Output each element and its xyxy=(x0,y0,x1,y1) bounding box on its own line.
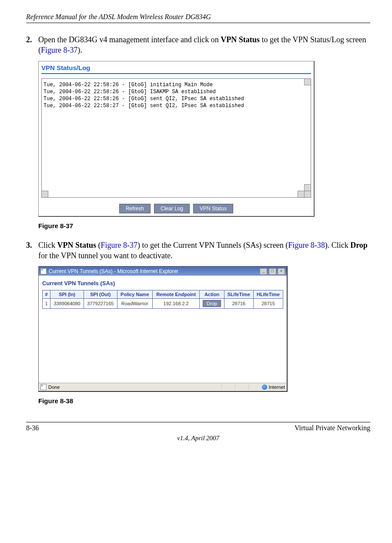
t: ). Click xyxy=(325,241,351,250)
table-row: 1 3389064080 3779227165 RoadWarrior 192.… xyxy=(43,299,283,309)
cell-remote: 192.168.2.2 xyxy=(152,299,200,309)
log-line: Tue, 2004-06-22 22:58:26 - [GtoG] sent Q… xyxy=(44,95,309,102)
cell-hlife: 28715 xyxy=(253,299,283,309)
cell-spi-out: 3779227165 xyxy=(84,299,117,309)
b: VPN Status xyxy=(57,241,97,250)
t: Click xyxy=(38,241,57,250)
t: ( xyxy=(96,241,101,250)
drop-button[interactable]: Drop xyxy=(203,300,221,307)
internet-zone-icon xyxy=(262,384,267,390)
window-titlebar[interactable]: Current VPN Tunnels (SAs) - Microsoft In… xyxy=(39,266,287,276)
t: ) to get the Current VPN Tunnels (SAs) s… xyxy=(137,241,288,250)
col-action: Action xyxy=(200,290,224,299)
window-title-text: Current VPN Tunnels (SAs) - Microsoft In… xyxy=(49,268,178,274)
ie-page-icon xyxy=(40,268,47,274)
minimize-button[interactable]: _ xyxy=(260,268,267,275)
col-remote-endpoint: Remote Endpoint xyxy=(152,290,200,299)
step-2-post: ). xyxy=(78,46,83,54)
cell-policy: RoadWarrior xyxy=(117,299,152,309)
scroll-corner xyxy=(304,191,311,197)
cell-num: 1 xyxy=(43,299,50,309)
step-2-text: Open the DG834G v4 management interface … xyxy=(38,34,370,56)
cell-slife: 28716 xyxy=(224,299,253,309)
step-2-number: 2. xyxy=(26,34,38,56)
panel-divider xyxy=(41,73,311,74)
step-2-pre: Open the DG834G v4 management interface … xyxy=(38,35,221,44)
scroll-down-icon[interactable] xyxy=(304,184,311,191)
cell-spi-in: 3389064080 xyxy=(50,299,84,309)
status-done-text: Done xyxy=(48,384,60,390)
step-2-figref[interactable]: Figure 8-37 xyxy=(41,46,78,54)
scroll-up-icon[interactable] xyxy=(304,79,311,85)
status-cell xyxy=(248,384,260,390)
window-blank-area xyxy=(42,309,283,383)
page-footer: 8-36 Virtual Private Networking xyxy=(26,422,370,432)
table-header-row: # SPI (In) SPI (Out) Policy Name Remote … xyxy=(43,290,283,299)
vpn-log-textarea[interactable]: Tue, 2004-06-22 22:58:26 - [GtoG] initia… xyxy=(41,78,311,198)
figure-8-38-window: Current VPN Tunnels (SAs) - Microsoft In… xyxy=(38,266,370,392)
clear-log-button[interactable]: Clear Log xyxy=(154,204,190,213)
close-button[interactable]: × xyxy=(278,268,285,275)
figref-8-37[interactable]: Figure 8-37 xyxy=(101,241,138,250)
step-2: 2. Open the DG834G v4 management interfa… xyxy=(26,34,370,56)
col-spi-out: SPI (Out) xyxy=(84,290,117,299)
step-3: 3. Click VPN Status (Figure 8-37) to get… xyxy=(26,240,370,261)
chapter-title: Virtual Private Networking xyxy=(295,424,370,432)
page-number: 8-36 xyxy=(26,424,39,432)
figure-8-37-panel: VPN Status/Log Tue, 2004-06-22 22:58:26 … xyxy=(38,61,370,217)
maximize-button[interactable]: □ xyxy=(269,268,276,275)
figure-8-37-caption: Figure 8-37 xyxy=(38,222,370,229)
figref-8-38[interactable]: Figure 8-38 xyxy=(288,241,325,250)
refresh-button[interactable]: Refresh xyxy=(119,204,151,213)
status-cell xyxy=(235,384,247,390)
log-line: Tue, 2004-06-22 22:58:26 - [GtoG] ISAKMP… xyxy=(44,88,309,95)
page-header: Reference Manual for the ADSL Modem Wire… xyxy=(26,13,370,23)
step-3-text: Click VPN Status (Figure 8-37) to get th… xyxy=(38,240,370,261)
log-line: Tue, 2004-06-22 22:58:27 - [GtoG] sent Q… xyxy=(44,102,309,109)
status-cell xyxy=(221,384,233,390)
log-line: Tue, 2004-06-22 22:58:26 - [GtoG] initia… xyxy=(44,81,309,88)
ie-status-bar: Done Internet xyxy=(39,383,287,391)
status-zone-text: Internet xyxy=(269,384,285,390)
col-spi-in: SPI (In) xyxy=(50,290,84,299)
col-hlifetime: HLifeTime xyxy=(253,290,283,299)
figure-8-38-caption: Figure 8-38 xyxy=(38,397,370,405)
col-num: # xyxy=(43,290,50,299)
col-policy-name: Policy Name xyxy=(117,290,152,299)
version-date: v1.4, April 2007 xyxy=(26,435,370,442)
done-icon xyxy=(40,384,47,390)
step-2-bold: VPN Status xyxy=(221,35,260,44)
col-slifetime: SLifeTime xyxy=(224,290,253,299)
vpn-status-button[interactable]: VPN Status xyxy=(193,204,233,213)
b: Drop xyxy=(350,241,368,250)
scroll-right-icon[interactable] xyxy=(298,191,305,197)
t: for the VPN tunnel you want to deactivat… xyxy=(38,251,173,260)
cell-action: Drop xyxy=(200,299,224,309)
scroll-left-icon[interactable] xyxy=(42,191,48,197)
current-vpn-tunnels-heading: Current VPN Tunnels (SAs) xyxy=(42,280,283,287)
vpn-tunnels-table: # SPI (In) SPI (Out) Policy Name Remote … xyxy=(42,290,283,309)
step-3-number: 3. xyxy=(26,240,38,261)
vpn-status-log-title: VPN Status/Log xyxy=(41,64,311,71)
